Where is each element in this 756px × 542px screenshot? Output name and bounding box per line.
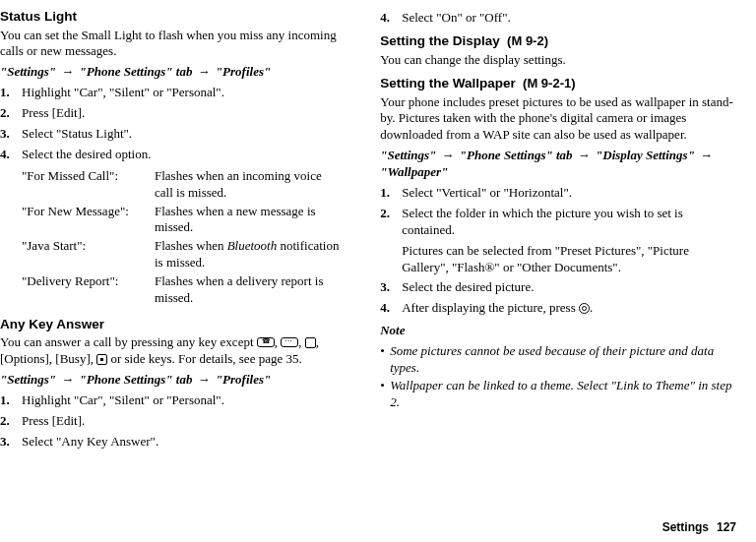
path-seg: "Profiles" bbox=[216, 64, 271, 79]
step-text: Press [Edit]. bbox=[22, 413, 343, 430]
note-heading: Note bbox=[380, 323, 736, 339]
wallpaper-path: "Settings" → "Phone Settings" tab → "Dis… bbox=[380, 148, 736, 181]
right-column: 4.Select "On" or "Off". Setting the Disp… bbox=[352, 6, 736, 454]
option-term: "For Missed Call": bbox=[22, 167, 155, 203]
step-number: 1. bbox=[380, 185, 402, 202]
any-key-path: "Settings" → "Phone Settings" tab → "Pro… bbox=[0, 372, 343, 389]
path-seg: "Settings" bbox=[0, 372, 56, 387]
step-text: Select the desired option. bbox=[22, 147, 343, 163]
status-light-options: "For Missed Call":Flashes when an incomi… bbox=[22, 167, 343, 308]
status-light-path: "Settings" → "Phone Settings" tab → "Pro… bbox=[0, 64, 343, 81]
step-number: 2. bbox=[0, 413, 22, 430]
arrow-icon: → bbox=[440, 148, 457, 162]
arrow-icon: → bbox=[59, 372, 76, 387]
any-key-heading: Any Key Answer bbox=[0, 316, 343, 333]
bullet-icon: • bbox=[380, 343, 390, 377]
step-item: 3.Select the desired picture. bbox=[380, 279, 736, 296]
note-item: •Some pictures cannot be used because of… bbox=[380, 343, 736, 377]
step-number: 4. bbox=[380, 300, 402, 317]
path-seg: "Profiles" bbox=[216, 372, 271, 387]
clear-key-icon bbox=[281, 337, 298, 347]
txt: , bbox=[298, 334, 305, 349]
step-text: Select the desired picture. bbox=[402, 279, 736, 296]
code-text: (M 9-2) bbox=[507, 33, 548, 48]
path-seg: "Phone Settings" tab bbox=[80, 64, 193, 79]
step-text: Select "Vertical" or "Horizontal". bbox=[402, 185, 736, 202]
option-desc: Flashes when a new message is missed. bbox=[155, 203, 343, 238]
step-number: 3. bbox=[0, 434, 22, 451]
option-desc: Flashes when Bluetooth notification is m… bbox=[155, 237, 343, 272]
display-heading-row: Setting the Display (M 9-2) bbox=[380, 32, 736, 50]
two-column-layout: Status Light You can set the Small Light… bbox=[0, 6, 736, 454]
step-number: 1. bbox=[0, 392, 22, 409]
bullet-icon: • bbox=[380, 378, 390, 411]
path-seg: "Display Settings" bbox=[596, 148, 695, 162]
step-number: 3. bbox=[380, 279, 402, 296]
wallpaper-heading: Setting the Wallpaper bbox=[380, 76, 516, 90]
path-seg: "Phone Settings" tab bbox=[80, 372, 193, 387]
txt: Flashes when bbox=[155, 238, 227, 253]
step-text: Select "On" or "Off". bbox=[402, 10, 736, 27]
txt: After displaying the picture, press bbox=[402, 300, 579, 315]
note-item: •Wallpaper can be linked to a theme. Sel… bbox=[380, 378, 736, 411]
wallpaper-intro: Your phone includes preset pictures to b… bbox=[380, 94, 736, 145]
wallpaper-heading-row: Setting the Wallpaper (M 9-2-1) bbox=[380, 75, 736, 92]
txt: . bbox=[590, 300, 593, 315]
step-text: Press [Edit]. bbox=[22, 105, 343, 122]
display-heading: Setting the Display bbox=[380, 33, 500, 48]
center-key-icon bbox=[96, 354, 107, 365]
step-item: 1.Highlight "Car", "Silent" or "Personal… bbox=[0, 392, 343, 409]
step-item: 1.Highlight "Car", "Silent" or "Personal… bbox=[0, 85, 343, 101]
option-row: "Java Start":Flashes when Bluetooth noti… bbox=[22, 237, 343, 272]
any-key-steps-cont: 4.Select "On" or "Off". bbox=[380, 10, 736, 27]
arrow-icon: → bbox=[196, 372, 213, 387]
bluetooth-italic: Bluetooth bbox=[227, 238, 278, 253]
step-text: Select "Any Key Answer". bbox=[22, 434, 343, 451]
footer-section: Settings bbox=[662, 520, 709, 534]
path-seg: "Settings" bbox=[0, 64, 56, 79]
any-key-intro: You can answer a call by pressing any ke… bbox=[0, 334, 343, 368]
arrow-icon: → bbox=[59, 64, 76, 79]
option-row: "For Missed Call":Flashes when an incomi… bbox=[22, 167, 343, 203]
txt: or side keys. For details, see page 35. bbox=[107, 351, 301, 366]
step-item: 4. After displaying the picture, press . bbox=[380, 300, 736, 317]
wallpaper-steps: 1.Select "Vertical" or "Horizontal". 2. … bbox=[380, 185, 736, 317]
step-text: Highlight "Car", "Silent" or "Personal". bbox=[22, 85, 343, 101]
step-number: 2. bbox=[380, 206, 402, 276]
arrow-icon: → bbox=[576, 148, 593, 162]
page-number: 127 bbox=[717, 520, 736, 534]
step-item: 2. Select the folder in which the pictur… bbox=[380, 206, 736, 276]
option-row: "Delivery Report":Flashes when a deliver… bbox=[22, 272, 343, 308]
step-number: 1. bbox=[0, 85, 22, 101]
step-text: After displaying the picture, press . bbox=[402, 300, 736, 317]
end-key-icon bbox=[257, 337, 275, 347]
option-row: "For New Message":Flashes when a new mes… bbox=[22, 203, 343, 238]
note-text: Wallpaper can be linked to a theme. Sele… bbox=[390, 378, 736, 411]
step-item: 4.Select the desired option. bbox=[0, 147, 343, 163]
step-text: Select the folder in which the picture y… bbox=[402, 206, 736, 276]
any-key-steps: 1.Highlight "Car", "Silent" or "Personal… bbox=[0, 392, 343, 451]
step-number: 4. bbox=[380, 10, 402, 27]
step-item: 2.Press [Edit]. bbox=[0, 413, 343, 430]
step-number: 3. bbox=[0, 126, 22, 143]
step-text: Select "Status Light". bbox=[22, 126, 343, 143]
step-item: 1.Select "Vertical" or "Horizontal". bbox=[380, 185, 736, 202]
menu-code: (M 9-2-1) bbox=[519, 76, 575, 90]
step-item: 3.Select "Any Key Answer". bbox=[0, 434, 343, 451]
step-number: 2. bbox=[0, 105, 22, 122]
step-text: Highlight "Car", "Silent" or "Personal". bbox=[22, 392, 343, 409]
option-desc: Flashes when a delivery report is missed… bbox=[155, 272, 343, 308]
status-light-intro: You can set the Small Light to flash whe… bbox=[0, 28, 343, 61]
option-desc: Flashes when an incoming voice call is m… bbox=[155, 167, 343, 203]
note-list: •Some pictures cannot be used because of… bbox=[380, 343, 736, 411]
ok-key-icon bbox=[579, 303, 590, 314]
status-light-heading: Status Light bbox=[0, 8, 343, 26]
status-light-steps: 1.Highlight "Car", "Silent" or "Personal… bbox=[0, 85, 343, 163]
step-item: 3.Select "Status Light". bbox=[0, 126, 343, 143]
arrow-icon: → bbox=[698, 148, 715, 162]
left-column: Status Light You can set the Small Light… bbox=[0, 6, 352, 454]
txt: You can answer a call by pressing any ke… bbox=[0, 334, 257, 349]
arrow-icon: → bbox=[196, 64, 213, 79]
path-seg: "Wallpaper" bbox=[380, 164, 448, 179]
option-term: "Java Start": bbox=[22, 237, 155, 272]
